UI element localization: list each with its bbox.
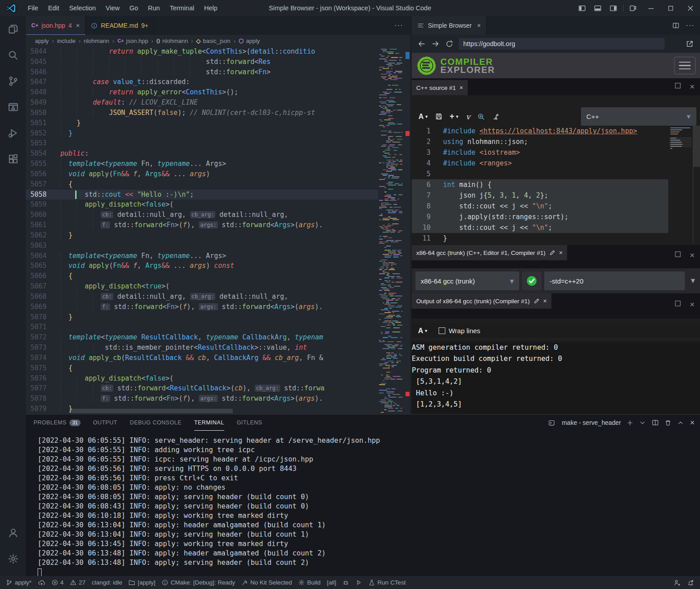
menu-run[interactable]: Run [143,0,165,16]
browser-code-line[interactable]: 4#include <ranges> [412,158,668,169]
browser-code-line[interactable]: 1#include <https://localhost:8443/apply/… [412,126,668,136]
code-line[interactable]: 5061 f: std::forward<Fn>(f), args: std::… [26,220,378,230]
code-line[interactable]: 5050 JSON_ASSERT(false); // NOLINT(cert-… [26,108,378,118]
breadcrumb-item-json.hpp[interactable]: C+json.hpp [117,38,148,44]
code-line[interactable]: 5063 [26,241,378,251]
code-line[interactable]: 5070 } [26,312,378,322]
close-pane-icon[interactable]: × [690,300,695,309]
maximize-panel-icon[interactable] [677,420,684,426]
status-belldot[interactable] [684,576,697,589]
compiler-options-input[interactable]: -std=c++20 [544,271,685,290]
breadcrumb-item-apply[interactable]: ⬡apply [239,38,260,44]
customize-layout-icon[interactable] [625,4,641,12]
code-line[interactable]: 5056 void apply(Fn&& f, Args&& ... args) [26,169,378,179]
menu-selection[interactable]: Selection [64,0,101,16]
tab-simple-browser[interactable]: Simple Browser × [412,16,487,35]
rename-pencil-icon[interactable] [534,298,540,304]
status-clangd-idle[interactable]: clangd: idle [89,576,125,589]
panel-tab-output[interactable]: OUTPUT [93,415,117,431]
status-cmake-debug-ready[interactable]: CMake: [Debug]: Ready [158,576,238,589]
code-line[interactable]: 5049 default: // LCOV_EXCL_LINE [26,97,378,108]
browser-code-line[interactable]: 9 j.apply(std::ranges::sort); [412,212,668,222]
close-panel-icon[interactable]: × [690,418,695,428]
code-line[interactable]: 5052 } [26,128,378,139]
forward-icon[interactable] [431,40,440,48]
activity-account-icon[interactable] [0,520,26,546]
zoom-search-icon[interactable] [477,113,485,121]
code-line[interactable]: 5074 void apply_cb(ResultCallback && cb,… [26,353,378,363]
status-27[interactable]: 27 [67,576,89,589]
browser-code-line[interactable]: 3#include <iostream> [412,147,668,158]
status-4[interactable]: 4 [48,576,67,589]
toggle-sidebar-icon[interactable] [574,4,590,12]
chevron-down-icon[interactable]: ▼ [689,277,696,285]
activity-settings-icon[interactable] [0,546,26,572]
code-line[interactable]: 5077 cb: std::forward<ResultCallback>(cb… [26,383,378,394]
status-feedback[interactable] [670,576,684,589]
reload-icon[interactable] [445,40,453,48]
menu-view[interactable]: View [101,0,124,16]
activity-cmake-icon[interactable] [0,94,26,120]
status-build[interactable]: Build [295,576,324,589]
code-line[interactable]: 5064 template<typename Fn, typename... A… [26,251,378,261]
close-tab-icon[interactable]: × [76,21,80,29]
split-editor-icon[interactable] [672,22,679,29]
panel-tab-terminal[interactable]: TERMINAL [194,415,224,431]
panel-tab-problems[interactable]: PROBLEMS31 [34,415,81,431]
browser-code-line[interactable]: 2using nlohmann::json; [412,136,668,147]
tab-readme-md[interactable]: README.md 9+ [85,16,154,35]
source-scrollbar-slider[interactable] [693,126,700,167]
code-line[interactable]: 5068 cb: detail::null_arg, cb_arg: detai… [26,292,378,302]
code-line[interactable]: 5055 template<typename Fn, typename... A… [26,159,378,169]
menu-file[interactable]: File [23,0,43,16]
code-line[interactable]: 5073 std::is_member_pointer<ResultCallba… [26,343,378,353]
code-line[interactable]: 5078 f: std::forward<Fn>(f), args: std::… [26,394,378,404]
toggle-panel-icon[interactable] [590,4,606,12]
activity-source-control-icon[interactable] [0,68,26,94]
terminal-title[interactable]: make - serve_header [562,419,621,426]
maximize-pane-icon[interactable] [674,300,682,309]
breadcrumb-item-apply[interactable]: apply [35,38,49,44]
menu-terminal[interactable]: Terminal [165,0,199,16]
close-pane-icon[interactable]: × [690,250,695,260]
close-icon[interactable]: × [559,249,563,256]
status-run-ctest[interactable]: Run CTest [365,576,409,589]
code-line[interactable]: 5075 { [26,363,378,373]
status-cloud[interactable] [35,576,48,589]
font-size-button[interactable]: A▼ [418,327,428,335]
status-bug[interactable] [339,576,352,589]
source-pane-tab[interactable]: C++ source #1 × [412,80,468,95]
code-line[interactable]: 5045 std::forward<Res [26,57,378,67]
font-size-button[interactable]: A▼ [418,113,428,121]
browser-code-line[interactable]: 11} [412,233,668,244]
save-icon[interactable] [435,113,443,120]
source-minimap[interactable] [669,126,691,244]
minimap[interactable] [378,47,405,414]
browser-code-line[interactable]: 10 std::cout << j << "\n"; [412,222,668,233]
tab-json-hpp[interactable]: C+ json.hpp 4 × [26,16,85,35]
rename-pencil-icon[interactable] [549,250,555,256]
close-icon[interactable]: × [543,297,547,305]
vim-mode-icon[interactable]: v [466,112,470,121]
breadcrumb-item-basic_json[interactable]: ◇basic_json [196,38,230,44]
terminal-dropdown-icon[interactable] [639,420,646,426]
close-tab-icon[interactable]: × [477,22,481,29]
status-all[interactable]: [all] [324,576,339,589]
wrap-lines-checkbox[interactable] [439,327,445,334]
code-line[interactable]: 5072 template<typename ResultCallback, t… [26,332,378,343]
add-pane-button[interactable]: +▼ [449,112,459,121]
code-line[interactable]: 5046 std::forward<Fn> [26,67,378,77]
code-line[interactable]: 5053 [26,138,378,148]
more-actions-icon[interactable]: ··· [686,21,695,30]
new-terminal-icon[interactable] [627,420,633,426]
horizontal-scrollbar[interactable] [69,409,233,413]
editor-actions-more-icon[interactable]: ··· [394,16,403,35]
source-code-editor[interactable]: 1#include <https://localhost:8443/apply/… [412,126,700,244]
activity-extensions-icon[interactable] [0,146,26,172]
activity-search-icon[interactable] [0,42,26,68]
back-icon[interactable] [418,40,426,48]
activity-run-debug-icon[interactable] [0,120,26,146]
status-apply[interactable]: apply* [3,576,35,589]
terminal-output[interactable]: [2022-04-30 06:05:55] INFO: serve_header… [38,436,696,576]
compiler-pane-tab[interactable]: x86-64 gcc (trunk) (C++, Editor #1, Comp… [412,245,567,260]
